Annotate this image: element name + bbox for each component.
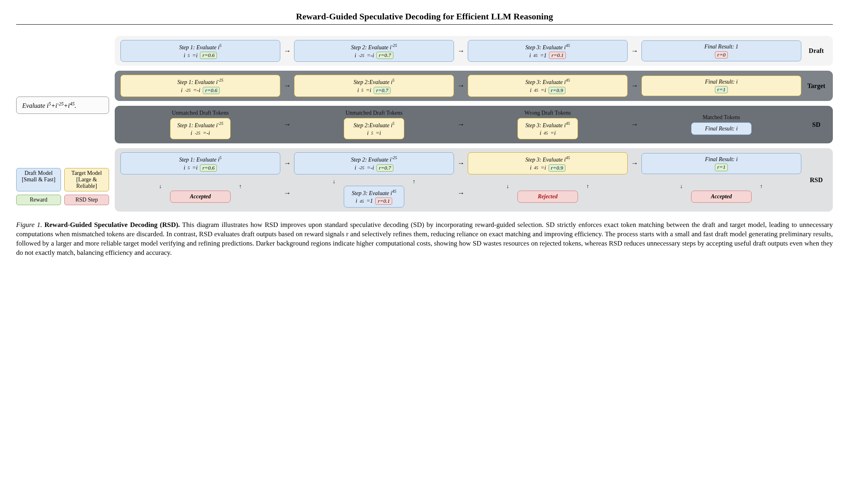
arrow-right-icon: → xyxy=(631,82,638,90)
arrow-updown-icon: ↓↑ xyxy=(120,183,280,190)
caption-lead: Figure 1. xyxy=(16,221,42,229)
step-card: Step 3: Evaluate i45i45=i xyxy=(517,118,578,140)
rsd-status: Rejected xyxy=(517,191,578,203)
row-rsd-label: RSD xyxy=(805,176,827,184)
legend: Draft Model [Small & Fast] Target Model … xyxy=(16,168,109,205)
row-sd-label: SD xyxy=(805,121,827,128)
sd-header: Matched Tokens xyxy=(703,114,740,121)
legend-draft-label: Draft Model xyxy=(19,170,58,176)
prompt-box: Evaluate i5+i-25+i45. xyxy=(16,97,109,114)
rsd-column: ↓↑Accepted xyxy=(641,183,801,203)
step-card: Final Result: i r=1 xyxy=(641,153,801,174)
rsd-column: ↓↑Rejected xyxy=(468,183,628,203)
row-sd: Unmatched Draft Tokens Step 1: Evaluate … xyxy=(115,106,833,144)
step-card: Final Result: i xyxy=(691,122,752,135)
legend-reward: Reward xyxy=(16,195,61,205)
arrow-right-icon: → xyxy=(631,47,638,55)
title-rule xyxy=(16,24,833,25)
sd-column: Wrong Draft Tokens Step 3: Evaluate i45i… xyxy=(468,110,628,140)
step-card: Step 2:Evaluate i5i5=i r=0.7 xyxy=(294,75,454,97)
arrow-right-icon: → xyxy=(457,189,464,197)
figure-caption: Figure 1. Reward-Guided Speculative Deco… xyxy=(16,220,833,258)
arrow-right-icon: → xyxy=(457,82,464,90)
reward-chip: r=0 xyxy=(715,51,728,59)
step-card: Final Result: 1 r=0 xyxy=(641,40,801,61)
reward-chip: r=0.6 xyxy=(200,52,217,59)
reward-chip: r=0.6 xyxy=(200,164,217,172)
arrow-right-icon: → xyxy=(284,120,291,129)
step-card: Step 1: Evaluate i5i5=i r=0.6 xyxy=(120,152,280,174)
arrow-updown-icon: ↓↑ xyxy=(641,183,801,190)
row-target-label: Target xyxy=(805,82,827,90)
sd-header: Unmatched Draft Tokens xyxy=(345,110,402,116)
reward-chip: r=0.7 xyxy=(376,52,393,59)
row-sd-steps: Unmatched Draft Tokens Step 1: Evaluate … xyxy=(120,110,801,140)
arrow-right-icon: → xyxy=(457,159,464,168)
reward-chip: r=0.7 xyxy=(374,87,391,94)
legend-reward-label: Reward xyxy=(30,197,48,203)
arrow-right-icon: → xyxy=(284,159,291,168)
reward-chip: r=0.1 xyxy=(375,197,392,205)
row-rsd-top: Step 1: Evaluate i5i5=i r=0.6→ Step 2: E… xyxy=(120,152,801,174)
legend-rsd: RSD Step xyxy=(64,195,109,205)
rsd-status: Accepted xyxy=(691,191,752,203)
reward-chip: r=0.9 xyxy=(548,87,565,94)
row-rsd-inner: Step 1: Evaluate i5i5=i r=0.6→ Step 2: E… xyxy=(120,152,801,208)
step-card: Step 1: Evaluate i-25i-25=-i xyxy=(170,118,231,140)
caption-bold: Reward-Guided Speculative Decoding (RSD)… xyxy=(44,221,180,229)
figure-rows: Step 1: Evaluate i5i5=i r=0.6→ Step 2: E… xyxy=(115,36,833,212)
arrow-right-icon: → xyxy=(284,189,291,197)
legend-target: Target Model [Large & Reliable] xyxy=(64,168,109,191)
figure-left-column: Evaluate i5+i-25+i45. Draft Model [Small… xyxy=(16,36,109,205)
step-card: Step 3: Evaluate i45i45=1 r=0.1 xyxy=(468,40,628,62)
sd-column: Unmatched Draft Tokens Step 1: Evaluate … xyxy=(120,110,280,140)
legend-target-sub: [Large & Reliable] xyxy=(67,176,106,189)
arrow-right-icon: → xyxy=(284,47,291,55)
figure-1: Evaluate i5+i-25+i45. Draft Model [Small… xyxy=(16,36,833,212)
rsd-column: ↓↑Accepted xyxy=(120,183,280,203)
step-card: Step 3: Evaluate i45i45=i r=0.9 xyxy=(468,75,628,97)
arrow-right-icon: → xyxy=(457,120,464,129)
step-card: Step 1: Evaluate i-25i-25=-i r=0.6 xyxy=(120,75,280,97)
legend-draft: Draft Model [Small & Fast] xyxy=(16,168,61,191)
sd-header: Unmatched Draft Tokens xyxy=(172,110,229,116)
reward-chip: r=0.1 xyxy=(549,52,566,59)
legend-rsd-label: RSD Step xyxy=(76,197,98,203)
arrow-right-icon: → xyxy=(631,159,638,168)
step-card: Step 3: Evaluate i45i45=1 r=0.1 xyxy=(344,186,404,208)
step-card: Step 2:Evaluate i5i5=i xyxy=(344,118,404,140)
step-card: Final Result: i r=1 xyxy=(641,76,801,97)
row-draft-label: Draft xyxy=(805,47,827,55)
reward-chip: r=0.7 xyxy=(376,164,393,172)
arrow-right-icon: → xyxy=(631,120,638,129)
row-target-steps: Step 1: Evaluate i-25i-25=-i r=0.6→ Step… xyxy=(120,75,801,97)
step-card: Step 2: Evaluate i-25i-25=-i r=0.7 xyxy=(294,40,454,62)
row-draft-steps: Step 1: Evaluate i5i5=i r=0.6→ Step 2: E… xyxy=(120,40,801,62)
arrow-right-icon: → xyxy=(284,82,291,90)
reward-chip: r=0.9 xyxy=(548,164,565,172)
row-rsd-bottom: ↓↑Accepted→↓↑ Step 3: Evaluate i45i45=1 … xyxy=(120,178,801,208)
arrow-updown-icon: ↓↑ xyxy=(294,178,454,185)
sd-header: Wrong Draft Tokens xyxy=(525,110,571,116)
row-rsd: Step 1: Evaluate i5i5=i r=0.6→ Step 2: E… xyxy=(115,148,833,212)
sd-column: Matched Tokens Final Result: i xyxy=(641,114,801,135)
legend-draft-sub: [Small & Fast] xyxy=(19,176,58,183)
step-card: Step 3: Evaluate i45i45=i r=0.9 xyxy=(468,152,628,174)
row-target: Step 1: Evaluate i-25i-25=-i r=0.6→ Step… xyxy=(115,71,833,101)
rsd-status: Accepted xyxy=(170,191,231,203)
paper-title: Reward-Guided Speculative Decoding for E… xyxy=(16,11,833,22)
sd-column: Unmatched Draft Tokens Step 2:Evaluate i… xyxy=(294,110,454,140)
reward-chip: r=1 xyxy=(715,86,728,93)
reward-chip: r=1 xyxy=(715,164,728,171)
rsd-column: ↓↑ Step 3: Evaluate i45i45=1 r=0.1 xyxy=(294,178,454,208)
legend-target-label: Target Model xyxy=(67,170,106,176)
step-card: Step 2: Evaluate i-25i-25=-i r=0.7 xyxy=(294,152,454,174)
row-draft: Step 1: Evaluate i5i5=i r=0.6→ Step 2: E… xyxy=(115,36,833,66)
spacer xyxy=(631,189,638,197)
reward-chip: r=0.6 xyxy=(203,87,220,94)
step-card: Step 1: Evaluate i5i5=i r=0.6 xyxy=(120,40,280,62)
arrow-updown-icon: ↓↑ xyxy=(468,183,628,190)
arrow-right-icon: → xyxy=(457,47,464,55)
